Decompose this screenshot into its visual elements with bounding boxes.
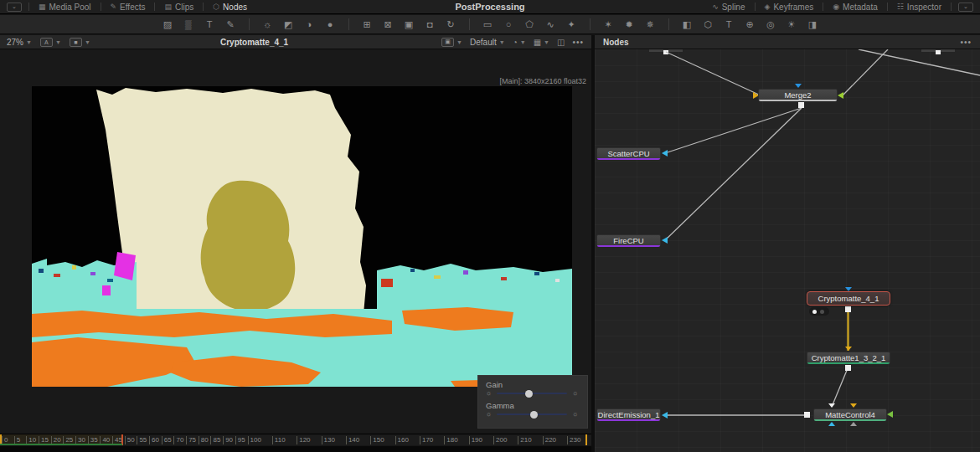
background-tool-icon[interactable]: ▨ [157,18,178,32]
rectangle-mask-tool-icon[interactable]: ▭ [477,18,498,32]
topbar-item-nodes[interactable]: ⬡Nodes [204,0,256,13]
topbar-item-clips[interactable]: ▤Clips [155,0,203,13]
node-mattecontrol4[interactable]: MatteControl4 [813,408,887,421]
viewer-roi-select[interactable]: ▣▼ [441,38,462,47]
viewer-split-button[interactable]: ◫ [557,38,565,47]
connection-line[interactable] [666,52,761,95]
viewer-lut-select[interactable]: Default▼ [470,38,505,47]
firecpu-input[interactable] [662,237,668,244]
bspline-mask-tool-icon[interactable]: ∿ [540,18,561,32]
merge2-fg-input[interactable] [795,84,802,88]
text-plus-tool-icon[interactable]: T [199,18,220,32]
layout-preset-icon[interactable]: ⌄ [958,3,973,12]
node-output-square[interactable] [936,50,941,54]
separator [249,18,250,30]
topbar-item-inspector[interactable]: ☷Inspector [888,0,951,13]
brightness-low-icon: ☼ [486,411,492,418]
merge-tool-icon[interactable]: ⊞ [357,18,378,32]
viewer-panel[interactable]: [Main]: 3840x2160 float32 [0,49,591,434]
topbar-item-keyframes[interactable]: ◈Keyframes [756,0,823,13]
paint-tool-icon[interactable]: ✎ [220,18,241,32]
viewer1-dot[interactable] [812,310,817,314]
ruler-frame-label: 160 [395,436,409,444]
mattecontrol4-output[interactable] [804,412,810,418]
node-graph[interactable]: Merge2 ScatterCPU FireCPU Cryptomatte_4_… [595,49,980,452]
fast-noise-tool-icon[interactable]: ▒ [178,18,199,32]
viewer-buffer-select[interactable]: A▼ [40,38,61,47]
topbar-item-media-pool[interactable]: ▦Media Pool [29,0,101,13]
viewer-guides-select[interactable]: ▦▼ [534,38,549,47]
node-scattercpu[interactable]: ScatterCPU [596,147,661,160]
merge2-output[interactable] [798,102,804,108]
window-select-icon[interactable]: ⌄ [7,3,22,12]
topbar-item-metadata[interactable]: ◉Metadata [823,0,887,13]
light-3d-tool-icon[interactable]: ☀ [781,18,802,32]
project-title: PostProcessing [455,2,524,12]
brightness-contrast-tool-icon[interactable]: ◑ [299,18,320,32]
connection-line[interactable] [665,108,802,240]
connection-line[interactable] [665,108,802,153]
nodes-options-menu[interactable]: ••• [960,38,980,47]
p-render-tool-icon[interactable]: ✵ [640,18,661,32]
connection-line[interactable] [859,49,980,75]
gain-slider-handle[interactable] [525,390,533,398]
mattecontrol4-aux-input[interactable] [828,422,835,426]
node-merge2[interactable]: Merge2 [758,89,838,101]
gain-slider[interactable] [497,393,567,394]
mattecontrol4-aux-input2[interactable] [850,422,857,426]
node-cryptomatte1-3-2-1[interactable]: Cryptomatte1_3_2_1 [807,352,890,364]
polygon-mask-tool-icon[interactable]: ⬠ [519,18,540,32]
mattecontrol4-bg-input[interactable] [828,403,835,408]
viewer-assignment-indicator[interactable] [809,307,829,316]
image-plane-3d-tool-icon[interactable]: ◧ [677,18,698,32]
topbar-item-label: Metadata [843,3,878,12]
spline-icon: ∿ [712,3,719,11]
gamma-slider[interactable] [497,413,567,415]
channel-booleans-tool-icon[interactable]: ⊠ [378,18,399,32]
ellipse-mask-tool-icon[interactable]: ○ [498,18,519,32]
color-corrector-tool-icon[interactable]: ☼ [257,18,278,32]
topbar-item-effects[interactable]: ✎Effects [101,0,155,13]
cryptomatte4-output[interactable] [845,306,851,312]
brightness-high-icon: ☼ [572,411,578,418]
mattecontrol4-mask-input[interactable] [887,411,893,418]
connection-line[interactable] [832,368,848,407]
node-firecpu[interactable]: FireCPU [596,234,661,247]
cryptomatte1321-input[interactable] [845,347,852,351]
text-3d-tool-icon[interactable]: T [719,18,740,32]
merge-3d-tool-icon[interactable]: ⊕ [740,18,761,32]
magic-mask-tool-icon[interactable]: ✦ [561,18,582,32]
viewer-channel-select[interactable]: ■▼ [70,38,90,47]
p-merge-tool-icon[interactable]: ✹ [619,18,640,32]
shape-3d-tool-icon[interactable]: ⬡ [698,18,719,32]
renderer-3d-tool-icon[interactable]: ◨ [802,18,823,32]
node-cryptomatte-4-1[interactable]: Cryptomatte_4_1 [807,291,890,306]
camera-3d-tool-icon[interactable]: ◎ [761,18,781,32]
ruler-frame-label: 200 [493,436,507,444]
connection-line[interactable] [843,49,888,95]
time-ruler[interactable]: 0510152025303540455055606570758085909510… [0,434,591,445]
topbar-item-spline[interactable]: ∿Spline [703,0,754,13]
color-keyer-tool-icon[interactable]: ◘ [420,18,441,32]
merge2-mask-input[interactable] [838,92,843,99]
transform-tool-icon[interactable]: ↻ [441,18,462,32]
node-directemission-1[interactable]: DirectEmission_1 [596,408,661,421]
directemission-input[interactable] [662,412,668,419]
render-range-end[interactable] [585,434,587,445]
viewer2-dot[interactable] [820,310,824,314]
ruler-frame-label: 140 [346,436,359,444]
viewer-zoom-select[interactable]: 27%▼ [7,38,32,47]
color-curves-tool-icon[interactable]: ◩ [278,18,299,32]
mattecontrol4-fg-input[interactable] [850,403,857,408]
viewer-options-menu[interactable]: ••• [572,38,584,47]
ruler-scrollbar[interactable] [0,446,591,452]
node-label: MatteControl4 [825,410,875,419]
ruler-frame-label: 55 [137,436,147,444]
viewer-colorwheel-select[interactable]: ◔▼ [513,38,526,47]
gamma-slider-handle[interactable] [530,411,538,419]
matte-control-tool-icon[interactable]: ▣ [399,18,420,32]
blur-tool-icon[interactable]: ● [320,18,341,32]
cryptomatte1321-output[interactable] [845,365,851,371]
scattercpu-input[interactable] [662,150,668,157]
p-emitter-tool-icon[interactable]: ✶ [598,18,619,32]
